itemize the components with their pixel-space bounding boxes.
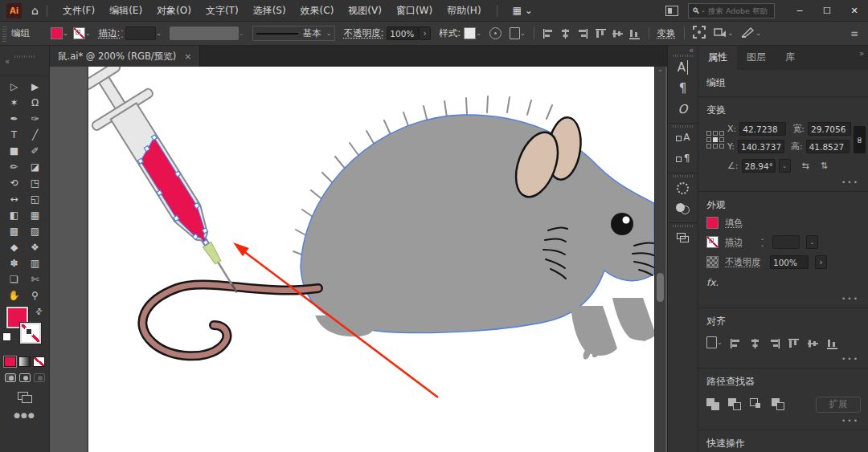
stroke-color-swatch[interactable] bbox=[73, 27, 85, 39]
reference-point-locator[interactable] bbox=[706, 131, 724, 149]
home-icon[interactable]: ⌂ bbox=[31, 4, 39, 17]
chevron-down-icon[interactable]: ⌄ bbox=[476, 30, 481, 37]
collapse-dock-icon[interactable]: » bbox=[859, 49, 864, 58]
stroke-color-swatch[interactable] bbox=[706, 236, 719, 248]
scrollbar-thumb[interactable] bbox=[657, 273, 664, 302]
stroke-color-indicator[interactable] bbox=[20, 323, 41, 344]
stroke-weight-label[interactable]: 描边: bbox=[98, 27, 120, 39]
pathfinder-exclude-icon[interactable] bbox=[772, 398, 785, 410]
stroke-weight-stepper[interactable]: ⌃⌄ bbox=[760, 238, 764, 246]
stroke-weight-stepper[interactable]: ⌃⌄ bbox=[120, 30, 124, 38]
transparency-panel-icon[interactable] bbox=[668, 198, 698, 219]
width-field[interactable] bbox=[808, 122, 851, 136]
scroll-up-icon[interactable]: ⌃ bbox=[657, 69, 663, 76]
collapse-panel-icon[interactable]: « bbox=[5, 57, 10, 66]
maximize-button[interactable]: ☐ bbox=[813, 0, 841, 22]
hand-tool[interactable]: ✋ bbox=[4, 287, 25, 303]
minimize-button[interactable]: ─ bbox=[786, 0, 813, 22]
curvature-tool[interactable]: ✑ bbox=[25, 111, 46, 127]
chevron-down-icon[interactable]: ⌄ bbox=[806, 235, 818, 249]
rectangle-tool[interactable]: ■ bbox=[4, 143, 25, 159]
slice-tool[interactable]: ✄ bbox=[25, 271, 46, 287]
menu-effect[interactable]: 效果(C) bbox=[301, 4, 334, 18]
pathfinder-intersect-icon[interactable] bbox=[750, 398, 764, 410]
pathfinder-unite-icon[interactable] bbox=[706, 398, 720, 410]
close-button[interactable]: ✕ bbox=[841, 0, 868, 22]
draw-normal-icon[interactable] bbox=[5, 373, 16, 382]
recolor-artwork-icon[interactable] bbox=[489, 27, 502, 39]
more-options-icon[interactable]: ••• bbox=[698, 415, 868, 430]
align-right-icon[interactable] bbox=[768, 337, 780, 348]
tab-layers[interactable]: 图层 bbox=[737, 46, 776, 70]
paragraph-styles-panel-icon[interactable]: ¶ bbox=[668, 149, 698, 169]
flip-horizontal-icon[interactable]: ⇆ bbox=[802, 161, 809, 171]
scale-tool[interactable]: ◳ bbox=[25, 175, 46, 191]
align-bottom-icon[interactable] bbox=[628, 28, 641, 39]
chevron-down-icon[interactable]: ⌄ bbox=[156, 30, 162, 37]
menu-view[interactable]: 视图(V) bbox=[348, 4, 382, 18]
x-field[interactable] bbox=[739, 122, 786, 136]
document-setup-icon[interactable] bbox=[510, 27, 520, 39]
isolate-mode-icon[interactable] bbox=[741, 26, 755, 40]
opacity-label[interactable]: 不透明度 bbox=[725, 256, 760, 268]
fill-label[interactable]: 填色 bbox=[725, 217, 743, 229]
pathfinder-minus-front-icon[interactable] bbox=[728, 398, 742, 410]
shaper-tool[interactable]: ✏ bbox=[4, 159, 25, 175]
help-search-input[interactable] bbox=[708, 6, 772, 15]
blend-tool[interactable]: ❖ bbox=[25, 239, 46, 255]
opacity-expand-button[interactable]: › bbox=[815, 255, 827, 269]
align-left-icon[interactable] bbox=[542, 28, 555, 39]
panel-grip[interactable] bbox=[2, 26, 6, 42]
graphic-style-swatch[interactable] bbox=[464, 27, 476, 39]
align-h-center-icon[interactable] bbox=[749, 337, 761, 348]
pen-tool[interactable]: ✒ bbox=[4, 111, 25, 127]
align-bottom-icon[interactable] bbox=[826, 337, 838, 348]
menu-edit[interactable]: 编辑(E) bbox=[109, 4, 142, 18]
menu-file[interactable]: 文件(F) bbox=[63, 4, 95, 18]
arrange-documents-icon[interactable] bbox=[665, 6, 678, 16]
mesh-tool[interactable]: ▩ bbox=[4, 223, 25, 239]
color-mode-button[interactable] bbox=[4, 356, 16, 367]
appearance-panel-icon[interactable] bbox=[668, 177, 698, 198]
paintbrush-tool[interactable]: ✐ bbox=[25, 143, 46, 159]
gradient-tool[interactable]: ▨ bbox=[25, 223, 46, 239]
bounding-box-icon[interactable] bbox=[693, 26, 706, 41]
mouse-eye[interactable] bbox=[611, 213, 633, 235]
opacity-expand-button[interactable]: › bbox=[419, 26, 431, 40]
eraser-tool[interactable]: ◪ bbox=[25, 159, 46, 175]
chevron-down-icon[interactable]: ⌄ bbox=[701, 7, 706, 14]
workspace-switcher[interactable]: ▦ ⌄ bbox=[513, 5, 533, 16]
chevron-down-icon[interactable]: ⌄ bbox=[85, 30, 91, 37]
chevron-down-icon[interactable]: ⌄ bbox=[779, 159, 791, 173]
stroke-label[interactable]: 描边 bbox=[725, 236, 743, 248]
rotate-tool[interactable]: ⟲ bbox=[4, 175, 25, 191]
artboard-tool[interactable]: ❏ bbox=[4, 271, 25, 287]
align-right-icon[interactable] bbox=[576, 28, 588, 39]
align-top-icon[interactable] bbox=[595, 28, 607, 39]
tab-libraries[interactable]: 库 bbox=[776, 46, 805, 70]
y-field[interactable] bbox=[738, 140, 784, 153]
fill-color-swatch[interactable] bbox=[51, 27, 63, 39]
chevron-down-icon[interactable]: ⌄ bbox=[520, 30, 526, 37]
character-styles-panel-icon[interactable]: A bbox=[668, 128, 698, 149]
chevron-down-icon[interactable]: ⌄ bbox=[755, 30, 761, 37]
variable-width-profile[interactable]: 基本 ⌄ bbox=[252, 26, 336, 41]
opacity-label[interactable]: 不透明度: bbox=[343, 27, 383, 39]
artboard-canvas[interactable] bbox=[50, 67, 667, 452]
chevron-down-icon[interactable]: ⌄ bbox=[63, 30, 68, 37]
direct-selection-tool[interactable]: ▶ bbox=[25, 79, 46, 95]
chevron-down-icon[interactable]: ⌄ bbox=[326, 30, 332, 37]
symbol-sprayer-tool[interactable]: ✽ bbox=[4, 255, 25, 271]
default-fill-stroke-icon[interactable] bbox=[2, 332, 11, 341]
select-similar-icon[interactable] bbox=[714, 26, 728, 40]
opacity-field[interactable] bbox=[387, 26, 419, 40]
flip-vertical-icon[interactable]: ⇅ bbox=[821, 161, 828, 171]
close-tab-icon[interactable]: × bbox=[184, 51, 191, 62]
document-tab[interactable]: 鼠.ai* @ 200% (RGB/预览) × bbox=[50, 46, 200, 67]
tab-properties[interactable]: 属性 bbox=[698, 46, 737, 70]
graph-tool[interactable]: ▥ bbox=[25, 255, 46, 271]
rotate-angle-field[interactable] bbox=[742, 159, 776, 173]
stroke-weight-field[interactable] bbox=[772, 235, 800, 249]
menu-type[interactable]: 文字(T) bbox=[206, 4, 239, 18]
menu-window[interactable]: 窗口(W) bbox=[396, 4, 432, 18]
